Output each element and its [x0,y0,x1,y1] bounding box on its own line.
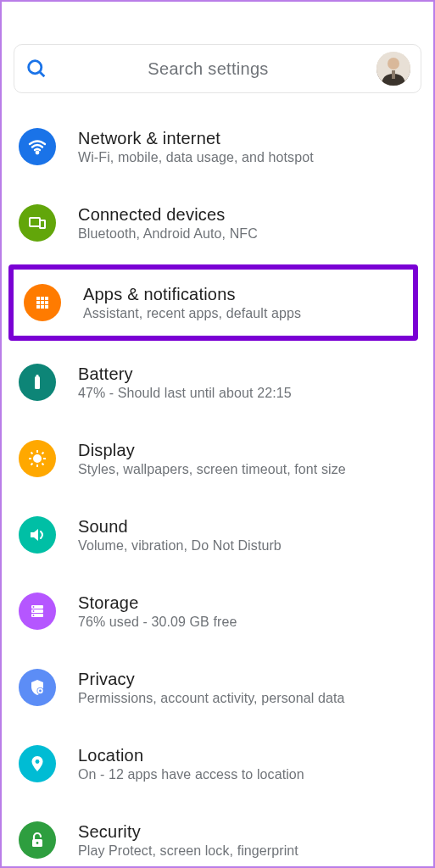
apps-icon [24,284,61,321]
brightness-icon [19,440,56,477]
svg-rect-13 [41,301,44,304]
svg-rect-11 [45,297,48,300]
svg-rect-9 [36,297,40,300]
item-subtitle: Permissions, account activity, personal … [78,691,416,706]
svg-point-5 [36,152,38,153]
item-title: Battery [78,364,416,384]
privacy-icon [19,669,56,706]
svg-point-30 [36,760,40,764]
item-title: Storage [78,593,416,613]
storage-icon [19,593,56,630]
svg-point-26 [33,615,35,616]
item-subtitle: On - 12 apps have access to location [78,767,416,782]
item-title: Security [78,822,416,842]
svg-rect-18 [35,376,40,389]
svg-rect-6 [30,218,40,226]
svg-rect-19 [36,375,39,377]
search-bar[interactable]: Search settings [14,44,421,93]
item-title: Location [78,746,416,765]
item-title: Display [78,441,416,460]
wifi-icon [19,128,56,165]
settings-item-location[interactable]: Location On - 12 apps have access to loc… [2,726,433,802]
settings-list: Network & internet Wi-Fi, mobile, data u… [2,108,433,868]
battery-icon [19,364,56,401]
settings-item-sound[interactable]: Sound Volume, vibration, Do Not Disturb [2,497,433,573]
search-placeholder: Search settings [40,59,376,79]
svg-rect-15 [36,305,40,309]
avatar[interactable] [376,52,410,86]
svg-rect-17 [45,305,48,309]
svg-point-20 [34,455,41,462]
highlight-frame: Apps & notifications Assistant, recent a… [8,264,418,341]
sound-icon [19,516,56,554]
item-title: Network & internet [78,129,416,148]
item-subtitle: Wi-Fi, mobile, data usage, and hotspot [78,150,416,165]
item-title: Privacy [78,670,416,689]
settings-item-security[interactable]: Security Play Protect, screen lock, fing… [2,802,433,868]
settings-item-network[interactable]: Network & internet Wi-Fi, mobile, data u… [2,108,433,185]
svg-point-24 [33,606,35,608]
devices-icon [19,204,56,242]
settings-item-apps[interactable]: Apps & notifications Assistant, recent a… [14,270,413,336]
item-title: Connected devices [78,205,416,225]
settings-item-battery[interactable]: Battery 47% - Should last until about 22… [2,344,433,420]
item-subtitle: Assistant, recent apps, default apps [83,306,403,321]
settings-item-privacy[interactable]: Privacy Permissions, account activity, p… [2,649,433,726]
svg-rect-14 [45,301,48,304]
item-subtitle: Bluetooth, Android Auto, NFC [78,226,416,242]
svg-point-32 [36,842,39,844]
lock-icon [19,821,56,859]
svg-point-25 [33,610,35,612]
svg-point-29 [39,690,42,693]
item-title: Apps & notifications [83,285,403,304]
svg-rect-4 [392,70,395,79]
svg-rect-10 [41,297,44,300]
location-icon [19,745,56,782]
item-subtitle: 47% - Should last until about 22:15 [78,386,416,401]
svg-point-3 [388,58,399,70]
settings-item-display[interactable]: Display Styles, wallpapers, screen timeo… [2,420,433,497]
settings-item-storage[interactable]: Storage 76% used - 30.09 GB free [2,573,433,649]
svg-rect-12 [36,301,40,304]
item-subtitle: Volume, vibration, Do Not Disturb [78,538,416,554]
settings-item-connected[interactable]: Connected devices Bluetooth, Android Aut… [2,185,433,261]
item-title: Sound [78,517,416,537]
item-subtitle: Play Protect, screen lock, fingerprint [78,843,416,859]
item-subtitle: Styles, wallpapers, screen timeout, font… [78,462,416,477]
svg-rect-16 [41,305,44,309]
item-subtitle: 76% used - 30.09 GB free [78,615,416,630]
